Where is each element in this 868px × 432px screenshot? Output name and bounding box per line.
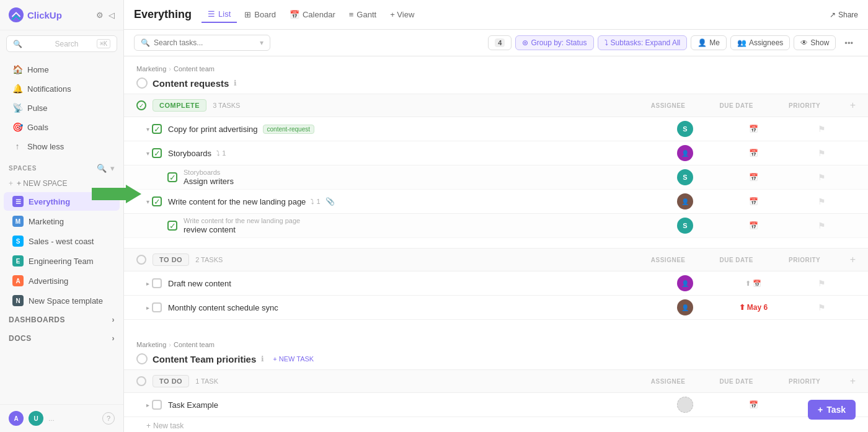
user-menu-dots[interactable]: … [48, 415, 55, 422]
list-title-row-content-requests: Content requests ℹ [124, 75, 868, 94]
sidebar-item-pulse[interactable]: 📡 Pulse [4, 99, 120, 117]
show-button[interactable]: 👁 Show [794, 35, 836, 50]
subtask-count-icon: ⤵ 1 [311, 198, 320, 205]
date-icon: 📅 [749, 149, 758, 157]
complete-status-badge[interactable]: COMPLETE [153, 99, 206, 112]
sidebar-item-show-less[interactable]: ↑ Show less [4, 137, 120, 156]
task-checkbox[interactable] [152, 278, 162, 288]
sidebar-item-sales-west[interactable]: S Sales - west coast [4, 232, 120, 250]
filter-button[interactable]: 4 [488, 35, 512, 50]
priority-icon: ⚑ [818, 148, 826, 158]
task-cols: 👤 📅 ⚑ [651, 145, 856, 161]
avatar: S [677, 218, 693, 234]
task-checkbox[interactable] [152, 302, 162, 312]
sidebar-item-everything[interactable]: ☰ Everything [4, 192, 120, 211]
sidebar-header-icons: ⚙ ◁ [96, 11, 115, 20]
expand-icon[interactable]: ▸ [146, 280, 149, 287]
list-info-icon[interactable]: ℹ [234, 79, 237, 87]
user-avatar[interactable]: A [9, 411, 24, 426]
gear-icon[interactable]: ⚙ [96, 11, 104, 20]
share-button[interactable]: ↗ Share [830, 11, 858, 19]
sidebar-item-engineering[interactable]: E Engineering Team [4, 252, 120, 270]
expand-icon[interactable]: ▸ [146, 402, 149, 408]
group-icon: ⊛ [522, 38, 528, 47]
tab-list[interactable]: ☰ List [202, 6, 237, 23]
search-icon: 🔍 [141, 38, 150, 47]
sidebar-item-advertising[interactable]: A Advertising [4, 271, 120, 290]
dashboards-expand-icon: › [112, 315, 115, 324]
sidebar-item-new-space-template[interactable]: N New Space template [4, 291, 120, 310]
subtasks-expand-button[interactable]: ⤵ Subtasks: Expand All [598, 35, 688, 50]
sidebar-item-home[interactable]: 🏠 Home [4, 60, 120, 79]
search-dropdown-icon[interactable]: ▾ [260, 38, 264, 47]
task-cols: S 📅 ⚑ [651, 218, 856, 234]
table-row: ▾ ✓ Storyboards ⤵ 1 👤 📅 [124, 141, 868, 165]
group-by-button[interactable]: ⊛ Group by: Status [515, 35, 593, 50]
group-add-button[interactable]: + [850, 100, 856, 111]
tab-add-view[interactable]: + View [384, 7, 420, 22]
list-info-icon[interactable]: ℹ [261, 355, 264, 363]
add-task-button[interactable]: + Task [808, 400, 856, 420]
search-input[interactable] [154, 38, 256, 47]
subtask-checkbox[interactable]: ✓ [167, 172, 177, 182]
task-cols: 👤 📅 ⚑ [651, 193, 856, 209]
spaces-section-header: SPACES 🔍 ▾ [0, 159, 123, 175]
task-name: Draft new content [168, 279, 651, 288]
tab-gantt[interactable]: ≡ Gantt [343, 7, 383, 22]
new-space-button[interactable]: + + NEW SPACE [0, 175, 123, 192]
pulse-icon: 📡 [12, 103, 22, 113]
expand-icon[interactable]: ▸ [146, 304, 149, 311]
tab-calendar[interactable]: 📅 Calendar [283, 7, 342, 22]
overdue-date: ⬆ May 6 [739, 303, 768, 312]
group-add-button2[interactable]: + [850, 376, 856, 387]
subtask-checkbox[interactable]: ✓ [167, 221, 177, 231]
expand-icon[interactable]: ▾ [146, 150, 149, 157]
task-name: Write content for the new landing page ⤵… [168, 197, 651, 206]
todo2-status-badge[interactable]: TO DO [153, 375, 189, 387]
expand-spaces-icon[interactable]: ▾ [110, 164, 115, 173]
sidebar-item-goals[interactable]: 🎯 Goals [4, 118, 120, 136]
assignee-col: S [651, 169, 719, 185]
todo-status-badge[interactable]: TO DO [153, 253, 189, 266]
content-area: Marketing › Content team Content request… [124, 56, 868, 432]
list-circle [136, 353, 148, 364]
expand-icon[interactable]: ▾ [146, 126, 149, 133]
eye-icon: 👁 [800, 38, 808, 47]
expand-icon[interactable]: ▾ [146, 198, 149, 205]
priority-icon: ⚑ [818, 302, 826, 312]
tab-board[interactable]: ⊞ Board [238, 7, 282, 22]
new-space-template-badge: N [12, 295, 24, 306]
new-task-row[interactable]: + New task [124, 417, 868, 432]
new-task-link[interactable]: + NEW TASK [269, 355, 317, 363]
task-checkbox[interactable] [152, 400, 162, 410]
logo[interactable]: ClickUp [9, 7, 62, 22]
list-item: ✓ Write content for the new landing page… [124, 214, 868, 238]
sidebar-header: ClickUp ⚙ ◁ [0, 0, 123, 30]
task-checkbox[interactable]: ✓ [152, 148, 162, 158]
search-spaces-icon[interactable]: 🔍 [97, 164, 107, 173]
assignees-button[interactable]: 👥 Assignees [730, 35, 790, 50]
task-search-box[interactable]: 🔍 ▾ [134, 35, 270, 51]
dashboards-section[interactable]: DASHBOARDS › [0, 311, 123, 329]
user-avatar-2[interactable]: U [29, 411, 43, 426]
sidebar-search[interactable]: 🔍 Search ⌘K [6, 35, 117, 52]
help-icon[interactable]: ? [102, 412, 115, 425]
group-add-button[interactable]: + [850, 254, 856, 265]
task-cols: S 📅 ⚑ [651, 121, 856, 137]
me-button[interactable]: 👤 Me [691, 35, 727, 50]
task-checkbox[interactable]: ✓ [152, 124, 162, 134]
priority-icon: ⚑ [818, 278, 826, 288]
priority-icon: ⚑ [818, 196, 826, 206]
docs-section[interactable]: DOCS › [0, 329, 123, 348]
more-options-button[interactable]: ••• [839, 36, 858, 50]
sidebar-item-marketing[interactable]: M Marketing [4, 212, 120, 231]
date-icon: 📅 [749, 197, 758, 206]
priority-col: ⚑ [787, 302, 856, 312]
collapse-icon[interactable]: ◁ [108, 11, 115, 20]
sidebar-item-notifications[interactable]: 🔔 Notifications [4, 79, 120, 98]
priority-col: ⚑ [787, 196, 856, 206]
marketing-badge: M [12, 216, 24, 227]
avatar: 👤 [677, 145, 693, 161]
task-checkbox[interactable]: ✓ [152, 196, 162, 206]
group-columns: ASSIGNEE DUE DATE PRIORITY [634, 257, 839, 263]
